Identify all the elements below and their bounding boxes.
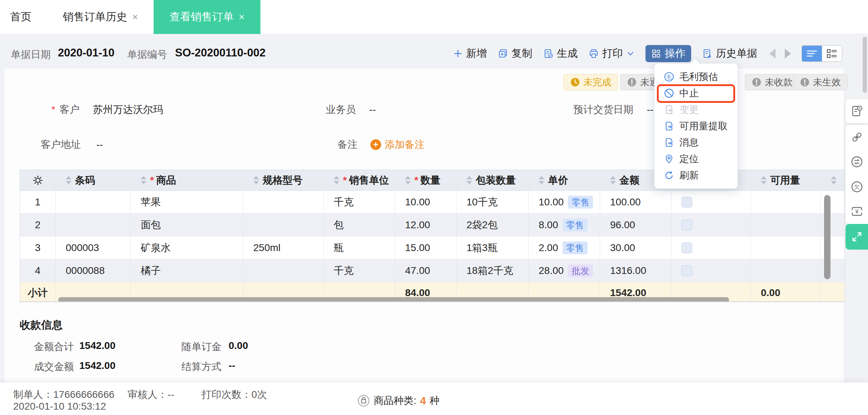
table-row[interactable]: 4 0000088 橘子 千克 47.00 18箱2千克 28.00批发 131… bbox=[20, 259, 845, 282]
sort-icon[interactable] bbox=[141, 176, 146, 184]
tab-bar: 首页 销售订单历史 × 查看销售订单 × bbox=[0, 0, 868, 34]
address-label: 客户地址 bbox=[41, 139, 81, 150]
remark-label: 备注 bbox=[338, 138, 358, 151]
settlement-value: -- bbox=[229, 360, 235, 371]
price-type-tag[interactable]: 零售 bbox=[563, 241, 588, 254]
auditor-line: 审核人：-- bbox=[128, 388, 174, 401]
refresh-icon bbox=[664, 170, 674, 181]
order-deposit-label: 随单订金 bbox=[181, 340, 221, 354]
sort-icon[interactable] bbox=[831, 176, 837, 184]
order-log-icon[interactable] bbox=[850, 104, 864, 118]
category-unit: 种 bbox=[429, 394, 439, 408]
gift-checkbox[interactable] bbox=[682, 197, 692, 208]
status-badge-unpaid: 未收款 bbox=[745, 74, 799, 90]
category-label: 商品种类: bbox=[374, 394, 416, 408]
print-count-label: 打印次数： bbox=[201, 389, 251, 400]
price-type-tag[interactable]: 零售 bbox=[568, 196, 593, 209]
message-doc-icon bbox=[664, 137, 674, 148]
menu-item-abort[interactable]: 中止 bbox=[654, 85, 738, 101]
price-type-tag[interactable]: 批发 bbox=[568, 264, 593, 277]
subtotal-available: 0.00 bbox=[751, 282, 821, 302]
creator-value: 17666666666 bbox=[53, 389, 114, 400]
sort-icon[interactable] bbox=[66, 176, 71, 184]
toolbar: 新增 复制 生成 打印 操作 历史单据 bbox=[453, 44, 842, 63]
table-vertical-scrollbar[interactable] bbox=[824, 195, 830, 279]
doc-number-value: SO-20200110-002 bbox=[175, 46, 265, 59]
gift-checkbox[interactable] bbox=[682, 265, 692, 276]
list-view-toggle[interactable] bbox=[802, 46, 822, 61]
sidebar-group-tools: 欠 ¥ bbox=[845, 125, 868, 224]
plus-icon bbox=[453, 49, 463, 59]
table-row[interactable]: 3 000003 矿泉水 250ml 瓶 15.00 1箱3瓶 2.00零售 3… bbox=[20, 236, 845, 259]
horizontal-scrollbar[interactable] bbox=[58, 297, 729, 302]
history-doc-button[interactable]: 历史单据 bbox=[702, 46, 757, 61]
gift-checkbox[interactable] bbox=[682, 220, 692, 230]
sort-icon[interactable] bbox=[539, 176, 544, 184]
delivery-date-field: 预计交货日期 -- bbox=[573, 103, 653, 116]
salesman-label: 业务员 bbox=[326, 104, 356, 115]
table-row[interactable]: 2 面包 包 12.00 2袋2包 8.00零售 96.00 bbox=[20, 214, 845, 236]
abort-ban-icon bbox=[664, 88, 674, 99]
menu-item-refresh[interactable]: 刷新 bbox=[654, 167, 738, 184]
exclaim-icon bbox=[627, 77, 637, 87]
prev-doc-arrow[interactable] bbox=[769, 49, 775, 59]
copy-button[interactable]: 复制 bbox=[498, 46, 532, 61]
required-mark: * bbox=[343, 175, 347, 186]
sort-icon[interactable] bbox=[761, 176, 767, 184]
header-spec[interactable]: 规格型号 bbox=[243, 170, 324, 190]
copy-icon bbox=[498, 48, 508, 59]
add-button[interactable]: 新增 bbox=[453, 46, 487, 61]
arrears-icon[interactable]: 欠 bbox=[850, 180, 864, 194]
gift-checkbox[interactable] bbox=[682, 242, 692, 253]
print-button[interactable]: 打印 bbox=[588, 46, 635, 61]
header-extra[interactable] bbox=[821, 170, 845, 190]
tab-close-icon[interactable]: × bbox=[239, 11, 244, 23]
link-icon[interactable] bbox=[850, 130, 864, 144]
deal-amount-value: 1542.00 bbox=[79, 360, 115, 371]
page-scrollbar[interactable] bbox=[863, 37, 867, 93]
delivery-date-value: -- bbox=[647, 104, 654, 115]
creator-label: 制单人： bbox=[13, 389, 53, 400]
doc-date-value: 2020-01-10 bbox=[58, 46, 115, 59]
status-badge-ineffective: 未生效 bbox=[793, 74, 848, 90]
voucher-icon[interactable]: ¥ bbox=[850, 205, 864, 218]
menu-item-profit-estimate[interactable]: 毛 毛利预估 bbox=[654, 69, 738, 85]
header-available[interactable]: 可用量 bbox=[751, 170, 821, 190]
locate-pin-icon bbox=[664, 154, 674, 164]
header-package-qty[interactable]: 包装数量 bbox=[457, 170, 529, 190]
menu-item-message[interactable]: 消息 bbox=[654, 134, 738, 151]
sort-icon[interactable] bbox=[253, 176, 259, 184]
menu-item-available-extract[interactable]: 可用量提取 bbox=[654, 118, 738, 134]
amount-total-label: 金额合计 bbox=[34, 340, 74, 354]
category-count: 4 bbox=[420, 395, 426, 407]
required-mark: * bbox=[51, 104, 55, 115]
generate-button[interactable]: 生成 bbox=[543, 46, 578, 61]
tab-sales-order-history[interactable]: 销售订单历史 × bbox=[47, 0, 154, 34]
creator-line: 制单人：17666666666 bbox=[13, 388, 114, 401]
sort-icon[interactable] bbox=[610, 176, 616, 184]
tab-current-label: 查看销售订单 bbox=[169, 10, 234, 24]
sort-icon[interactable] bbox=[405, 176, 411, 184]
menu-item-locate[interactable]: 定位 bbox=[654, 151, 738, 167]
header-barcode[interactable]: 条码 bbox=[56, 170, 131, 190]
tab-view-sales-order[interactable]: 查看销售订单 × bbox=[154, 0, 260, 34]
transfer-icon[interactable] bbox=[850, 155, 864, 169]
header-quantity[interactable]: * 数量 bbox=[395, 170, 457, 190]
header-unit-price[interactable]: 单价 bbox=[529, 170, 600, 190]
detail-view-toggle[interactable] bbox=[822, 46, 842, 61]
header-product[interactable]: * 商品 bbox=[131, 170, 243, 190]
customer-value: 苏州万达沃尔玛 bbox=[93, 104, 163, 115]
price-type-tag[interactable]: 零售 bbox=[563, 219, 588, 231]
table-row[interactable]: 1 苹果 千克 10.00 10千克 10.00零售 100.00 bbox=[20, 191, 845, 214]
action-button[interactable]: 操作 bbox=[645, 45, 691, 62]
chevron-down-icon[interactable] bbox=[626, 49, 635, 58]
add-remark-button[interactable]: + 添加备注 bbox=[370, 138, 425, 151]
tab-home[interactable]: 首页 bbox=[0, 0, 47, 34]
sort-icon[interactable] bbox=[467, 176, 472, 184]
sort-icon[interactable] bbox=[334, 176, 339, 184]
next-doc-arrow[interactable] bbox=[785, 49, 791, 59]
tab-close-icon[interactable]: × bbox=[132, 11, 138, 23]
column-settings-button[interactable] bbox=[20, 170, 56, 190]
header-sale-unit[interactable]: * 销售单位 bbox=[324, 170, 395, 190]
expand-panel-button[interactable] bbox=[845, 224, 868, 250]
